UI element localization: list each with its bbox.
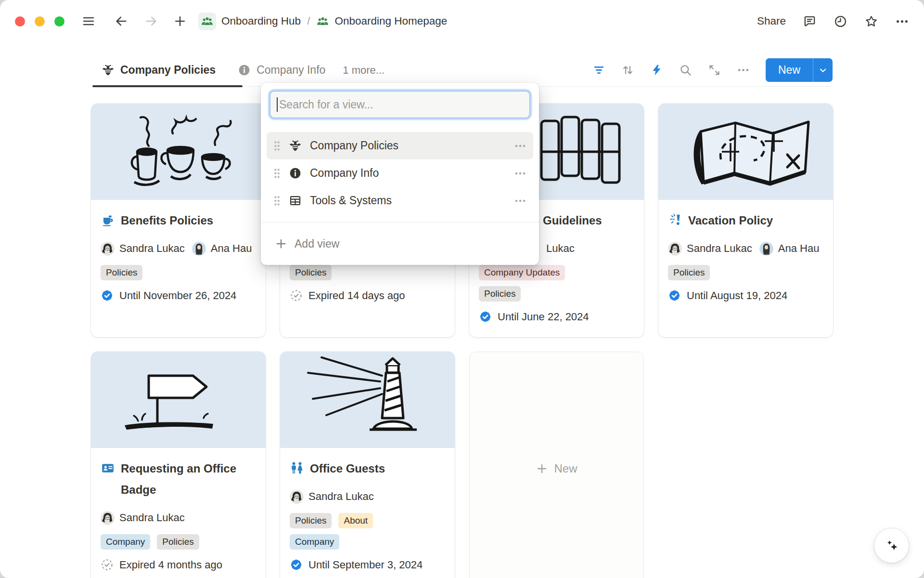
view-search-input[interactable]: Search for a view...	[270, 91, 530, 118]
card-title-row: Office Guests	[290, 458, 445, 479]
view-item-options-icon[interactable]	[514, 167, 526, 180]
verified-badge-icon	[101, 289, 114, 302]
tab-company-policies[interactable]: Company Policies	[102, 64, 216, 77]
tab-label: Company Info	[257, 64, 325, 77]
gallery-card[interactable]: Requesting an Office BadgeSandra LukacCo…	[91, 352, 266, 578]
new-button-label[interactable]: New	[766, 58, 813, 82]
card-tags: Policies	[101, 265, 256, 280]
coffee-cup-icon	[101, 213, 115, 227]
back-button[interactable]	[115, 14, 128, 28]
avatar	[759, 242, 773, 256]
close-window-button[interactable]	[15, 16, 25, 26]
more-options-icon[interactable]	[895, 14, 909, 28]
zoom-window-button[interactable]	[54, 16, 64, 26]
view-options-icon[interactable]	[737, 64, 750, 77]
new-card-label: New	[554, 462, 577, 475]
breadcrumb-item-hub[interactable]: Onboarding Hub	[221, 15, 301, 27]
drag-handle-icon[interactable]	[273, 195, 281, 207]
gallery-card[interactable]: Vacation PolicySandra LukacAna HauPolici…	[658, 104, 833, 337]
bee-icon	[289, 139, 302, 152]
map-illustration	[658, 104, 833, 200]
view-menu-item[interactable]: Company Policies	[267, 132, 533, 159]
comments-icon[interactable]	[803, 14, 817, 28]
card-status: Until June 22, 2024	[479, 310, 634, 323]
person-name: Sandra Lukac	[308, 490, 374, 503]
expand-icon[interactable]	[708, 64, 721, 77]
app-window: Onboarding Hub / Onboarding Homepage Sha…	[0, 0, 924, 578]
info-icon	[289, 167, 302, 180]
card-tags: Policies	[290, 265, 445, 280]
verified-badge-icon	[668, 289, 681, 302]
tag-pill: Company Updates	[479, 265, 565, 280]
view-item-options-icon[interactable]	[514, 195, 526, 207]
card-people: Sandra Lukac	[101, 509, 256, 526]
view-menu-item-label: Company Info	[310, 167, 514, 180]
breadcrumb-item-homepage[interactable]: Onboarding Homepage	[334, 15, 447, 27]
card-title: Office Guests	[310, 458, 385, 479]
search-icon[interactable]	[679, 64, 692, 77]
new-page-button[interactable]	[173, 14, 187, 28]
view-item-options-icon[interactable]	[514, 140, 526, 152]
view-actions: New	[592, 58, 833, 82]
card-status: Until November 26, 2024	[101, 289, 256, 302]
sparkles-icon	[884, 538, 900, 554]
office-guests-icon	[290, 461, 304, 475]
card-status: Expired 14 days ago	[290, 289, 445, 302]
new-button[interactable]: New	[766, 58, 833, 82]
tab-company-info[interactable]: Company Info	[238, 64, 325, 77]
id-badge-icon	[101, 461, 115, 475]
coffee-cups-illustration	[91, 104, 266, 200]
card-status: Until September 3, 2024	[290, 558, 445, 571]
gallery-card[interactable]: Benefits PoliciesSandra LukacAna HauPoli…	[91, 104, 266, 337]
sort-icon[interactable]	[621, 64, 634, 77]
gallery-card[interactable]: Office GuestsSandra LukacPoliciesAboutCo…	[280, 352, 455, 578]
card-tags: CompanyPolicies	[101, 534, 256, 550]
onboarding-hub-page-tile[interactable]	[198, 13, 216, 30]
status-text: Until September 3, 2024	[308, 559, 423, 571]
drag-handle-icon[interactable]	[273, 140, 281, 152]
history-icon[interactable]	[834, 14, 847, 28]
tab-label: Company Policies	[120, 64, 216, 77]
titlebar-actions: Share	[757, 14, 909, 28]
verified-badge-icon	[479, 310, 492, 323]
view-tabs: Company Policies Company Info 1 more...	[91, 54, 385, 86]
avatar	[192, 242, 206, 256]
minimize-window-button[interactable]	[35, 16, 45, 26]
view-menu-item[interactable]: Company Info	[267, 159, 533, 187]
tag-pill: Company	[101, 534, 150, 550]
tag-pill: Policies	[101, 265, 142, 280]
active-tab-underline	[92, 85, 243, 87]
new-card-placeholder[interactable]: New	[469, 352, 644, 578]
person-name: Ana Hau	[211, 242, 252, 255]
view-menu-item-label: Company Policies	[310, 139, 514, 152]
sidebar-menu-icon[interactable]	[82, 14, 95, 28]
tag-pill: Policies	[290, 265, 332, 280]
forward-button	[144, 14, 158, 28]
signpost-illustration	[91, 352, 266, 448]
new-button-dropdown[interactable]	[813, 58, 833, 82]
filter-icon[interactable]	[592, 64, 605, 77]
person-name: Sandra Lukac	[119, 512, 185, 524]
add-view-button[interactable]: Add view	[261, 223, 539, 265]
card-title: Vacation Policy	[688, 210, 773, 231]
tag-pill: Company	[290, 534, 339, 550]
drag-handle-icon[interactable]	[273, 168, 281, 179]
breadcrumb: Onboarding Hub / Onboarding Homepage	[198, 13, 447, 30]
share-button[interactable]: Share	[757, 15, 786, 27]
more-views-button[interactable]: 1 more...	[343, 64, 385, 77]
tag-pill: Policies	[290, 513, 332, 528]
avatar	[290, 490, 304, 504]
view-menu-item[interactable]: Tools & Systems	[267, 187, 533, 214]
automations-icon[interactable]	[650, 64, 663, 77]
traffic-lights	[15, 16, 64, 26]
tag-pill: Policies	[668, 265, 710, 280]
status-text: Until June 22, 2024	[498, 311, 589, 323]
status-text: Expired 4 months ago	[119, 559, 222, 571]
tag-pill: Policies	[479, 286, 521, 302]
avatar	[101, 242, 115, 256]
card-tags: Policies	[479, 286, 634, 302]
ai-sparkle-button[interactable]	[874, 528, 909, 563]
favorite-star-icon[interactable]	[864, 14, 878, 28]
card-title: Benefits Policies	[121, 210, 213, 231]
view-menu-item-label: Tools & Systems	[310, 194, 514, 207]
